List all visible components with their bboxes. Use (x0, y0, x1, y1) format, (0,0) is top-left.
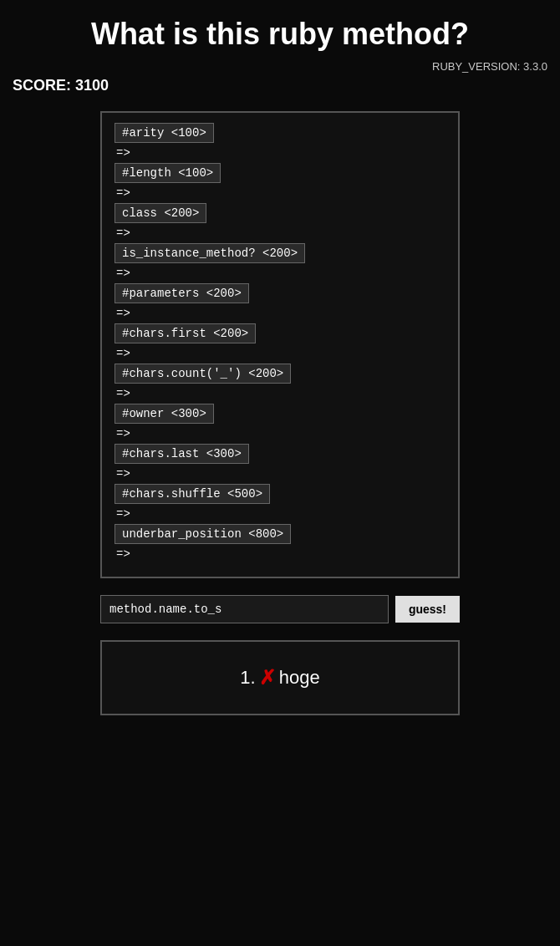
code-container: #arity <100>=>#length <100>=>class <200>… (100, 111, 460, 578)
code-arrow: => (116, 547, 445, 561)
code-item[interactable]: #arity <100> (115, 123, 214, 143)
code-item[interactable]: #owner <300> (115, 404, 214, 424)
code-arrow: => (116, 387, 445, 400)
code-arrow: => (116, 507, 445, 521)
code-item[interactable]: #parameters <200> (115, 283, 249, 303)
code-item[interactable]: class <200> (115, 203, 206, 223)
code-item[interactable]: #chars.count('_') <200> (115, 364, 291, 384)
code-arrow: => (116, 267, 445, 280)
x-mark: ✗ (259, 666, 276, 689)
code-item[interactable]: underbar_position <800> (115, 524, 291, 544)
guess-input[interactable] (100, 595, 389, 623)
result-number: 1. (240, 667, 255, 689)
code-item[interactable]: #chars.last <300> (115, 444, 249, 464)
code-item[interactable]: #length <100> (115, 163, 221, 183)
code-item[interactable]: #chars.shuffle <500> (115, 484, 270, 504)
code-arrow: => (116, 307, 445, 320)
code-item[interactable]: is_instance_method? <200> (115, 243, 305, 263)
code-arrow: => (116, 186, 445, 200)
page-title: What is this ruby method? (0, 0, 560, 60)
code-arrow: => (116, 146, 445, 160)
code-arrow: => (116, 226, 445, 240)
results-container: 1. ✗hoge (100, 640, 460, 715)
code-arrow: => (116, 467, 445, 481)
code-item[interactable]: #chars.first <200> (115, 323, 256, 343)
score: SCORE: 3100 (0, 73, 560, 103)
code-arrow: => (116, 427, 445, 440)
result-item: 1. ✗hoge (240, 666, 319, 689)
result-text: hoge (279, 667, 320, 689)
guess-button[interactable]: guess! (395, 596, 460, 623)
ruby-version: RUBY_VERSION: 3.3.0 (0, 60, 560, 73)
code-arrow: => (116, 347, 445, 360)
